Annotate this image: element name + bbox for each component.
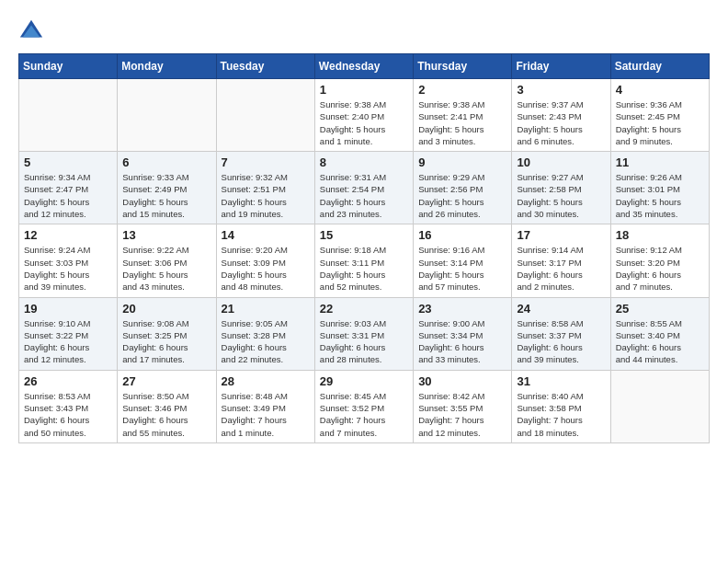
day-number: 21	[222, 302, 310, 316]
calendar-day-cell: 13Sunrise: 9:22 AMSunset: 3:06 PMDayligh…	[118, 224, 216, 297]
day-number: 23	[418, 302, 506, 316]
calendar-day-cell: 28Sunrise: 8:48 AMSunset: 3:49 PMDayligh…	[216, 370, 314, 442]
day-number: 22	[320, 302, 408, 316]
calendar-day-cell: 23Sunrise: 9:00 AMSunset: 3:34 PMDayligh…	[414, 297, 512, 370]
day-number: 25	[616, 302, 704, 316]
day-info: Sunrise: 9:27 AMSunset: 2:58 PMDaylight:…	[517, 171, 605, 220]
day-info: Sunrise: 9:32 AMSunset: 2:51 PMDaylight:…	[222, 171, 310, 220]
calendar-day-cell: 27Sunrise: 8:50 AMSunset: 3:46 PMDayligh…	[118, 370, 216, 442]
day-number: 2	[418, 83, 506, 97]
day-info: Sunrise: 9:18 AMSunset: 3:11 PMDaylight:…	[320, 244, 408, 293]
day-number: 17	[517, 228, 605, 242]
day-number: 6	[122, 155, 210, 169]
weekday-header-monday: Monday	[118, 54, 216, 79]
day-info: Sunrise: 8:42 AMSunset: 3:55 PMDaylight:…	[418, 390, 506, 439]
logo	[18, 18, 48, 44]
day-info: Sunrise: 8:45 AMSunset: 3:52 PMDaylight:…	[320, 390, 408, 439]
calendar-day-cell: 4Sunrise: 9:36 AMSunset: 2:45 PMDaylight…	[610, 79, 709, 152]
calendar-week-row: 1Sunrise: 9:38 AMSunset: 2:40 PMDaylight…	[19, 79, 710, 152]
day-info: Sunrise: 9:10 AMSunset: 3:22 PMDaylight:…	[24, 317, 112, 366]
calendar-day-cell: 22Sunrise: 9:03 AMSunset: 3:31 PMDayligh…	[314, 297, 413, 370]
calendar-day-cell: 29Sunrise: 8:45 AMSunset: 3:52 PMDayligh…	[314, 370, 413, 442]
page-header	[18, 18, 710, 44]
calendar-day-cell: 17Sunrise: 9:14 AMSunset: 3:17 PMDayligh…	[512, 224, 610, 297]
calendar-week-row: 5Sunrise: 9:34 AMSunset: 2:47 PMDaylight…	[19, 152, 710, 224]
weekday-header-tuesday: Tuesday	[216, 54, 314, 79]
calendar-day-cell: 6Sunrise: 9:33 AMSunset: 2:49 PMDaylight…	[118, 152, 216, 224]
day-info: Sunrise: 8:53 AMSunset: 3:43 PMDaylight:…	[24, 390, 112, 439]
calendar-day-cell: 24Sunrise: 8:58 AMSunset: 3:37 PMDayligh…	[512, 297, 610, 370]
day-number: 24	[517, 302, 605, 316]
day-number: 28	[222, 374, 310, 388]
day-number: 9	[418, 155, 506, 169]
calendar-day-cell: 25Sunrise: 8:55 AMSunset: 3:40 PMDayligh…	[610, 297, 709, 370]
weekday-header-thursday: Thursday	[414, 54, 512, 79]
weekday-header-saturday: Saturday	[610, 54, 709, 79]
day-info: Sunrise: 9:38 AMSunset: 2:40 PMDaylight:…	[320, 98, 408, 147]
day-info: Sunrise: 9:08 AMSunset: 3:25 PMDaylight:…	[122, 317, 210, 366]
day-number: 1	[320, 83, 408, 97]
calendar-table: SundayMondayTuesdayWednesdayThursdayFrid…	[18, 53, 710, 443]
day-number: 3	[517, 83, 605, 97]
calendar-day-cell: 15Sunrise: 9:18 AMSunset: 3:11 PMDayligh…	[314, 224, 413, 297]
day-info: Sunrise: 9:24 AMSunset: 3:03 PMDaylight:…	[24, 244, 112, 293]
day-info: Sunrise: 9:14 AMSunset: 3:17 PMDaylight:…	[517, 244, 605, 293]
day-info: Sunrise: 9:16 AMSunset: 3:14 PMDaylight:…	[418, 244, 506, 293]
calendar-day-cell: 18Sunrise: 9:12 AMSunset: 3:20 PMDayligh…	[610, 224, 709, 297]
day-number: 27	[122, 374, 210, 388]
calendar-day-cell: 16Sunrise: 9:16 AMSunset: 3:14 PMDayligh…	[414, 224, 512, 297]
logo-icon	[18, 18, 44, 44]
day-number: 14	[222, 228, 310, 242]
day-info: Sunrise: 9:12 AMSunset: 3:20 PMDaylight:…	[616, 244, 704, 293]
day-number: 4	[616, 83, 704, 97]
day-number: 20	[122, 302, 210, 316]
calendar-day-cell: 19Sunrise: 9:10 AMSunset: 3:22 PMDayligh…	[19, 297, 118, 370]
day-number: 31	[517, 374, 605, 388]
day-number: 15	[320, 228, 408, 242]
weekday-header-sunday: Sunday	[19, 54, 118, 79]
day-info: Sunrise: 8:58 AMSunset: 3:37 PMDaylight:…	[517, 317, 605, 366]
day-info: Sunrise: 8:50 AMSunset: 3:46 PMDaylight:…	[122, 390, 210, 439]
calendar-day-cell: 9Sunrise: 9:29 AMSunset: 2:56 PMDaylight…	[414, 152, 512, 224]
calendar-day-cell: 14Sunrise: 9:20 AMSunset: 3:09 PMDayligh…	[216, 224, 314, 297]
day-info: Sunrise: 9:29 AMSunset: 2:56 PMDaylight:…	[418, 171, 506, 220]
day-info: Sunrise: 9:26 AMSunset: 3:01 PMDaylight:…	[616, 171, 704, 220]
day-info: Sunrise: 9:36 AMSunset: 2:45 PMDaylight:…	[616, 98, 704, 147]
calendar-day-cell: 3Sunrise: 9:37 AMSunset: 2:43 PMDaylight…	[512, 79, 610, 152]
day-info: Sunrise: 8:40 AMSunset: 3:58 PMDaylight:…	[517, 390, 605, 439]
calendar-day-cell	[216, 79, 314, 152]
calendar-day-cell: 2Sunrise: 9:38 AMSunset: 2:41 PMDaylight…	[414, 79, 512, 152]
calendar-day-cell: 20Sunrise: 9:08 AMSunset: 3:25 PMDayligh…	[118, 297, 216, 370]
day-info: Sunrise: 9:05 AMSunset: 3:28 PMDaylight:…	[222, 317, 310, 366]
calendar-week-row: 12Sunrise: 9:24 AMSunset: 3:03 PMDayligh…	[19, 224, 710, 297]
calendar-day-cell: 7Sunrise: 9:32 AMSunset: 2:51 PMDaylight…	[216, 152, 314, 224]
day-info: Sunrise: 9:38 AMSunset: 2:41 PMDaylight:…	[418, 98, 506, 147]
calendar-week-row: 26Sunrise: 8:53 AMSunset: 3:43 PMDayligh…	[19, 370, 710, 442]
weekday-header-friday: Friday	[512, 54, 610, 79]
day-info: Sunrise: 8:48 AMSunset: 3:49 PMDaylight:…	[222, 390, 310, 439]
calendar-day-cell: 31Sunrise: 8:40 AMSunset: 3:58 PMDayligh…	[512, 370, 610, 442]
weekday-header-wednesday: Wednesday	[314, 54, 413, 79]
day-info: Sunrise: 9:20 AMSunset: 3:09 PMDaylight:…	[222, 244, 310, 293]
calendar-day-cell: 26Sunrise: 8:53 AMSunset: 3:43 PMDayligh…	[19, 370, 118, 442]
day-number: 29	[320, 374, 408, 388]
day-info: Sunrise: 9:00 AMSunset: 3:34 PMDaylight:…	[418, 317, 506, 366]
calendar-day-cell: 21Sunrise: 9:05 AMSunset: 3:28 PMDayligh…	[216, 297, 314, 370]
calendar-day-cell: 1Sunrise: 9:38 AMSunset: 2:40 PMDaylight…	[314, 79, 413, 152]
day-number: 26	[24, 374, 112, 388]
day-info: Sunrise: 9:37 AMSunset: 2:43 PMDaylight:…	[517, 98, 605, 147]
day-number: 30	[418, 374, 506, 388]
calendar-week-row: 19Sunrise: 9:10 AMSunset: 3:22 PMDayligh…	[19, 297, 710, 370]
calendar-day-cell: 10Sunrise: 9:27 AMSunset: 2:58 PMDayligh…	[512, 152, 610, 224]
day-number: 8	[320, 155, 408, 169]
day-info: Sunrise: 9:33 AMSunset: 2:49 PMDaylight:…	[122, 171, 210, 220]
calendar-day-cell: 30Sunrise: 8:42 AMSunset: 3:55 PMDayligh…	[414, 370, 512, 442]
calendar-day-cell: 11Sunrise: 9:26 AMSunset: 3:01 PMDayligh…	[610, 152, 709, 224]
calendar-day-cell: 8Sunrise: 9:31 AMSunset: 2:54 PMDaylight…	[314, 152, 413, 224]
day-number: 13	[122, 228, 210, 242]
day-number: 10	[517, 155, 605, 169]
day-info: Sunrise: 8:55 AMSunset: 3:40 PMDaylight:…	[616, 317, 704, 366]
calendar-day-cell	[610, 370, 709, 442]
day-number: 11	[616, 155, 704, 169]
day-number: 19	[24, 302, 112, 316]
